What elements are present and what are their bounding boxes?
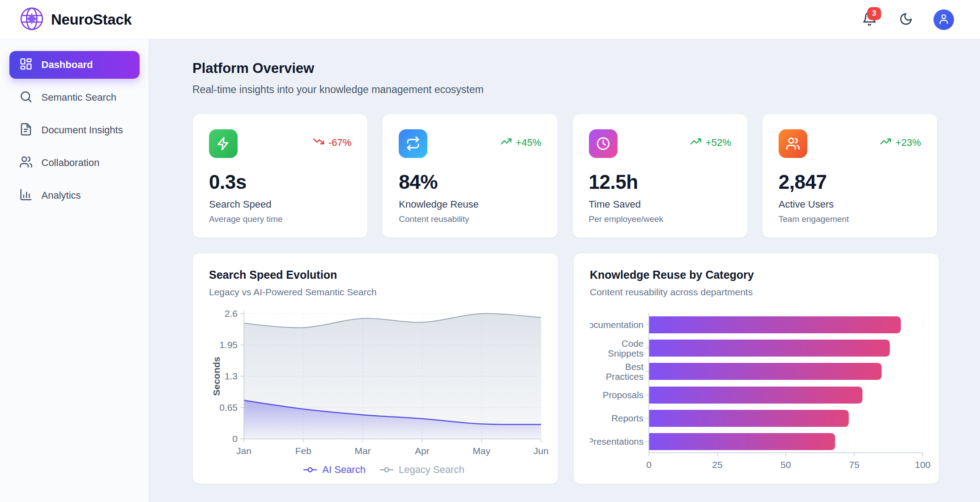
stat-card-top: -67% xyxy=(209,129,351,158)
svg-text:50: 50 xyxy=(780,459,791,470)
stat-delta: +23% xyxy=(880,136,921,150)
sidebar-item-analytics[interactable]: Analytics xyxy=(9,182,140,209)
legend-marker-icon xyxy=(379,467,394,473)
lightning-icon xyxy=(209,129,238,158)
svg-text:Seconds: Seconds xyxy=(211,357,222,396)
legend-label: Legacy Search xyxy=(399,464,464,476)
sidebar-item-label: Document Insights xyxy=(42,124,123,136)
stat-label: Active Users xyxy=(779,199,921,210)
dashboard-grid-icon xyxy=(19,57,33,72)
user-avatar[interactable] xyxy=(933,9,954,30)
stats-grid: -67% 0.3s Search Speed Average query tim… xyxy=(192,114,937,238)
search-icon xyxy=(19,90,33,105)
svg-text:0.65: 0.65 xyxy=(219,402,238,413)
svg-text:Practices: Practices xyxy=(606,371,643,382)
stat-card-active-users: +23% 2,847 Active Users Team engagement xyxy=(762,114,937,238)
svg-text:1.95: 1.95 xyxy=(219,340,238,350)
sidebar: Dashboard Semantic Search Document Insig… xyxy=(0,39,149,502)
stat-delta: +45% xyxy=(500,136,541,150)
sidebar-item-dashboard[interactable]: Dashboard xyxy=(9,51,140,79)
stat-value: 2,847 xyxy=(779,171,921,193)
bar-chart-icon xyxy=(19,188,33,203)
brand-name: NeuroStack xyxy=(51,11,132,28)
svg-text:May: May xyxy=(473,446,490,456)
svg-text:Code: Code xyxy=(622,338,643,349)
stat-delta: +52% xyxy=(690,136,731,150)
sidebar-item-document-insights[interactable]: Document Insights xyxy=(9,116,140,144)
svg-text:Snippets: Snippets xyxy=(608,348,643,358)
chart-subtitle: Legacy vs AI-Powered Semantic Search xyxy=(209,287,558,298)
svg-text:Jun: Jun xyxy=(533,446,549,456)
clock-icon xyxy=(589,129,618,158)
legend-item[interactable]: AI Search xyxy=(303,464,366,476)
svg-text:Presentations: Presentations xyxy=(590,436,643,447)
svg-text:Jan: Jan xyxy=(236,446,251,456)
line-chart-card: Search Speed Evolution Legacy vs AI-Powe… xyxy=(192,253,558,484)
sidebar-item-semantic-search[interactable]: Semantic Search xyxy=(9,84,140,111)
svg-text:100: 100 xyxy=(915,459,930,470)
chart-subtitle: Content reusability across departments xyxy=(590,287,939,298)
stat-card-time-saved: +52% 12.5h Time Saved Per employee/week xyxy=(572,114,748,238)
svg-text:1.3: 1.3 xyxy=(225,371,238,381)
svg-text:Best: Best xyxy=(625,362,643,372)
svg-text:75: 75 xyxy=(849,459,859,470)
svg-text:Feb: Feb xyxy=(295,446,311,456)
svg-text:Proposals: Proposals xyxy=(603,390,643,400)
stat-delta-value: -67% xyxy=(328,137,351,149)
stat-label: Time Saved xyxy=(589,199,731,210)
stat-label: Knowledge Reuse xyxy=(399,199,541,210)
legend-item[interactable]: Legacy Search xyxy=(379,464,464,476)
line-chart: 00.651.31.952.6JanFebMarAprMayJunSeconds xyxy=(209,307,558,461)
svg-text:2.6: 2.6 xyxy=(225,308,238,319)
globe-logo-icon xyxy=(19,6,45,34)
trend-down-icon xyxy=(313,136,324,150)
svg-text:0: 0 xyxy=(232,434,238,444)
stat-card-knowledge-reuse: +45% 84% Knowledge Reuse Content reusabi… xyxy=(382,114,558,238)
repeat-icon xyxy=(399,129,427,158)
notifications-button[interactable]: 3 xyxy=(861,11,878,29)
svg-text:Apr: Apr xyxy=(415,446,430,456)
stat-delta: -67% xyxy=(313,136,351,150)
stat-sublabel: Content reusability xyxy=(399,214,541,224)
brand: NeuroStack xyxy=(19,6,132,34)
chart-title: Search Speed Evolution xyxy=(209,268,558,281)
header-actions: 3 xyxy=(861,9,954,30)
main-content: Platform Overview Real-time insights int… xyxy=(149,39,980,502)
trend-up-icon xyxy=(500,136,512,150)
bell-icon xyxy=(862,21,877,28)
sidebar-item-label: Semantic Search xyxy=(42,92,117,103)
chart-title: Knowledge Reuse by Category xyxy=(590,268,939,281)
legend-marker-icon xyxy=(303,467,318,473)
page-title: Platform Overview xyxy=(192,60,937,77)
users-icon xyxy=(779,129,807,158)
line-chart-legend: AI SearchLegacy Search xyxy=(209,464,558,476)
stat-card-top: +23% xyxy=(779,129,921,158)
stat-sublabel: Per employee/week xyxy=(589,214,731,224)
document-icon xyxy=(19,123,33,138)
trend-up-icon xyxy=(880,136,891,150)
stat-delta-value: +45% xyxy=(516,137,541,149)
stat-sublabel: Team engagement xyxy=(779,214,921,224)
bar-chart-card: Knowledge Reuse by Category Content reus… xyxy=(573,253,939,484)
svg-text:Reports: Reports xyxy=(611,413,643,423)
stat-value: 84% xyxy=(399,171,541,193)
stat-value: 12.5h xyxy=(589,171,731,193)
stat-card-search-speed: -67% 0.3s Search Speed Average query tim… xyxy=(192,114,368,238)
charts-grid: Search Speed Evolution Legacy vs AI-Powe… xyxy=(192,253,937,484)
stat-delta-value: +52% xyxy=(706,137,731,149)
users-icon xyxy=(19,155,33,170)
notification-badge: 3 xyxy=(867,7,881,20)
sidebar-item-label: Collaboration xyxy=(42,157,100,169)
svg-text:0: 0 xyxy=(646,459,652,470)
sidebar-item-label: Analytics xyxy=(42,190,81,201)
trend-up-icon xyxy=(690,136,702,150)
svg-text:Mar: Mar xyxy=(355,446,371,456)
stat-label: Search Speed xyxy=(209,199,351,210)
legend-label: AI Search xyxy=(322,464,366,476)
moon-icon xyxy=(899,12,913,27)
page-subtitle: Real-time insights into your knowledge m… xyxy=(192,84,937,96)
dark-mode-toggle[interactable] xyxy=(899,12,913,27)
sidebar-item-collaboration[interactable]: Collaboration xyxy=(9,149,140,177)
stat-card-top: +52% xyxy=(589,129,731,158)
sidebar-item-label: Dashboard xyxy=(42,59,93,71)
